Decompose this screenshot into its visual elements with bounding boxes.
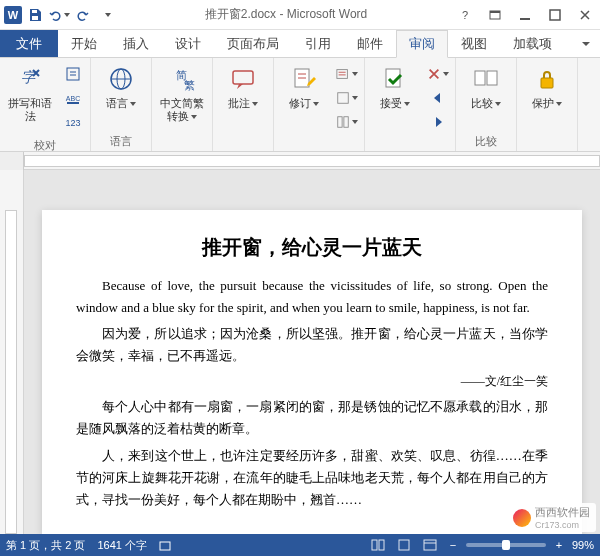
svg-rect-21 — [344, 117, 348, 128]
svg-rect-30 — [424, 540, 436, 550]
svg-rect-20 — [338, 117, 342, 128]
spellcheck-icon: 字 — [14, 63, 46, 95]
track-changes-button[interactable]: 修订 — [278, 60, 330, 113]
svg-rect-10 — [67, 102, 79, 104]
horizontal-ruler[interactable] — [0, 152, 600, 170]
spelling-grammar-button[interactable]: 字 拼写和语法 — [4, 60, 56, 126]
svg-rect-0 — [32, 10, 37, 13]
language-button[interactable]: 语言 — [95, 60, 147, 113]
zoom-level[interactable]: 99% — [572, 539, 594, 551]
doc-heading: 推开窗，给心灵一片蓝天 — [76, 234, 548, 261]
tab-view[interactable]: 视图 — [448, 30, 500, 57]
new-comment-label: 批注 — [228, 97, 258, 110]
group-language: 语言 语言 — [91, 58, 152, 151]
read-mode-button[interactable] — [368, 537, 388, 553]
maximize-button[interactable] — [540, 0, 570, 30]
vertical-ruler[interactable] — [0, 170, 24, 534]
tab-addins[interactable]: 加载项 — [500, 30, 565, 57]
window-title: 推开窗2.docx - Microsoft Word — [122, 6, 450, 23]
tab-layout[interactable]: 页面布局 — [214, 30, 292, 57]
protect-button[interactable]: 保护 — [521, 60, 573, 113]
doc-paragraph: 人，来到这个世上，也许注定要经历许多，甜蜜、欢笑、叹息、彷徨……在季节的河床上旋… — [76, 445, 548, 511]
tab-insert[interactable]: 插入 — [110, 30, 162, 57]
display-for-review-button[interactable] — [336, 63, 358, 85]
svg-text:?: ? — [462, 9, 468, 21]
svg-rect-24 — [487, 71, 497, 85]
word-count[interactable]: 1641 个字 — [97, 538, 147, 553]
web-layout-button[interactable] — [420, 537, 440, 553]
chinese-convert-button[interactable]: 简繁 中文简繁 转换 — [156, 60, 208, 126]
previous-change-button[interactable] — [427, 87, 449, 109]
ribbon-collapse-button[interactable] — [572, 30, 600, 57]
svg-rect-19 — [338, 93, 349, 104]
svg-rect-6 — [550, 10, 560, 20]
tab-home[interactable]: 开始 — [58, 30, 110, 57]
protect-label: 保护 — [532, 97, 562, 110]
group-protect: 保护 — [517, 58, 578, 151]
print-layout-button[interactable] — [394, 537, 414, 553]
qat-customize-button[interactable] — [96, 4, 118, 26]
group-comments: 批注 — [213, 58, 274, 151]
next-change-button[interactable] — [427, 111, 449, 133]
ribbon-tabs: 文件 开始 插入 设计 页面布局 引用 邮件 审阅 视图 加载项 — [0, 30, 600, 58]
svg-rect-26 — [160, 542, 170, 550]
svg-rect-4 — [490, 11, 500, 13]
save-button[interactable] — [24, 4, 46, 26]
reject-button[interactable] — [427, 63, 449, 85]
compare-button[interactable]: 比较 — [460, 60, 512, 113]
tab-references[interactable]: 引用 — [292, 30, 344, 57]
document-page[interactable]: 推开窗，给心灵一片蓝天 Because of love, the pursuit… — [42, 210, 582, 534]
help-button[interactable]: ? — [450, 0, 480, 30]
ribbon-display-button[interactable] — [480, 0, 510, 30]
tab-mailings[interactable]: 邮件 — [344, 30, 396, 57]
zoom-in-button[interactable]: + — [552, 539, 566, 551]
undo-button[interactable] — [48, 4, 70, 26]
svg-rect-28 — [379, 540, 384, 550]
redo-button[interactable] — [72, 4, 94, 26]
doc-paragraph: Because of love, the pursuit because the… — [76, 275, 548, 319]
svg-text:ABC: ABC — [66, 95, 80, 102]
svg-rect-25 — [541, 78, 553, 88]
thesaurus-button[interactable] — [62, 63, 84, 85]
svg-rect-1 — [32, 16, 38, 20]
document-area[interactable]: 推开窗，给心灵一片蓝天 Because of love, the pursuit… — [0, 170, 600, 534]
spelling-grammar-label: 拼写和语法 — [6, 97, 54, 123]
group-chinese: 简繁 中文简繁 转换 — [152, 58, 213, 151]
group-compare-label: 比较 — [460, 132, 512, 151]
svg-rect-8 — [67, 68, 79, 80]
svg-rect-5 — [520, 18, 530, 20]
translate-button[interactable]: 123 — [62, 111, 84, 133]
svg-rect-16 — [233, 71, 253, 84]
doc-paragraph: 因为爱，所以追求；因为沧桑，所以坚强。推开窗，给心灵一片蓝天，当你学会微笑，幸福… — [76, 323, 548, 367]
svg-text:繁: 繁 — [184, 79, 195, 91]
compare-label: 比较 — [471, 97, 501, 110]
tab-review[interactable]: 审阅 — [396, 30, 448, 58]
watermark-site: 西西软件园 — [535, 505, 590, 520]
tab-design[interactable]: 设计 — [162, 30, 214, 57]
pencil-doc-icon — [288, 63, 320, 95]
reviewing-pane-button[interactable] — [336, 111, 358, 133]
zoom-out-button[interactable]: − — [446, 539, 460, 551]
comment-icon — [227, 63, 259, 95]
accept-label: 接受 — [380, 97, 410, 110]
doc-paragraph: 每个人心中都有一扇窗，一扇紧闭的窗，那是锈蚀的记忆不愿承载的泪水，那是随风飘落的… — [76, 396, 548, 440]
lock-icon — [531, 63, 563, 95]
new-comment-button[interactable]: 批注 — [217, 60, 269, 113]
zoom-slider[interactable] — [466, 543, 546, 547]
doc-byline: ——文/红尘一笑 — [76, 373, 548, 390]
group-compare: 比较 比较 — [456, 58, 517, 151]
svg-rect-27 — [372, 540, 377, 550]
compare-icon — [470, 63, 502, 95]
show-markup-button[interactable] — [336, 87, 358, 109]
group-changes: 接受 — [365, 58, 456, 151]
minimize-button[interactable] — [510, 0, 540, 30]
close-button[interactable] — [570, 0, 600, 30]
watermark-url: Cr173.com — [535, 520, 590, 530]
accept-button[interactable]: 接受 — [369, 60, 421, 113]
language-label: 语言 — [106, 97, 136, 110]
tab-file[interactable]: 文件 — [0, 30, 58, 57]
page-indicator[interactable]: 第 1 页，共 2 页 — [6, 538, 85, 553]
word-count-button[interactable]: ABC — [62, 87, 84, 109]
chinese-convert-icon: 简繁 — [166, 63, 198, 95]
language-indicator[interactable] — [159, 538, 171, 551]
